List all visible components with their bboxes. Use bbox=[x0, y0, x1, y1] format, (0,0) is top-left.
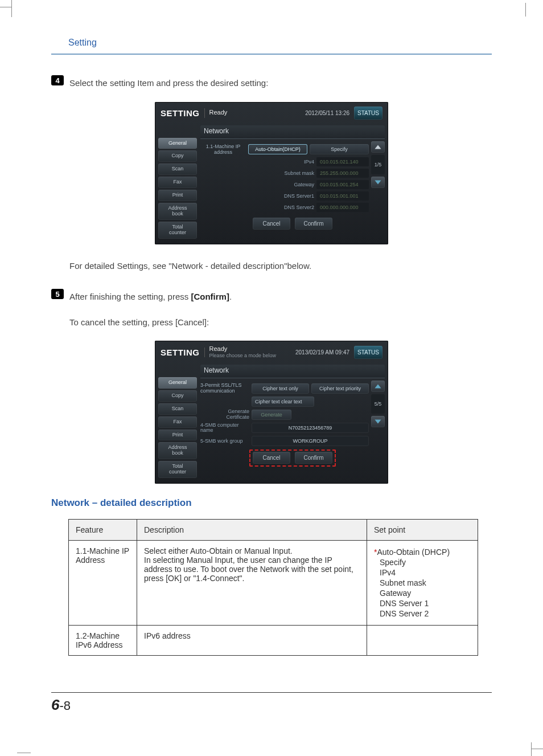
th-description: Description bbox=[137, 520, 367, 541]
tab-print[interactable]: Print bbox=[158, 190, 197, 201]
arrow-up-button[interactable] bbox=[371, 141, 385, 153]
item-ssl-label: 3-Permit SSL/TLScommunication bbox=[200, 383, 249, 394]
tab-fax[interactable]: Fax bbox=[158, 416, 197, 428]
triangle-up-icon bbox=[374, 383, 382, 390]
panel-sub: Please choose a mode below bbox=[209, 353, 277, 359]
panel-section: Network bbox=[200, 125, 385, 139]
step-5-cancel-pre: To cancel the setting, press bbox=[69, 317, 175, 327]
status-button[interactable]: STATUS bbox=[354, 346, 382, 359]
tab-copy[interactable]: Copy bbox=[158, 150, 197, 162]
crop-mark-bl bbox=[17, 736, 34, 753]
opt-cipher-clear[interactable]: Cipher text clear text bbox=[252, 397, 314, 407]
sp-specify: Specify bbox=[380, 558, 471, 567]
r1-prefix: 3- bbox=[200, 382, 205, 388]
tab-scan[interactable]: Scan bbox=[158, 403, 197, 415]
section-title: Setting bbox=[68, 38, 492, 48]
val-ipv4[interactable]: 010.015.021.140 bbox=[316, 157, 369, 166]
cell-setpoint bbox=[367, 626, 478, 656]
cancel-button[interactable]: Cancel bbox=[253, 452, 290, 464]
step-5-cancel-line: To cancel the setting, press [Cancel]: bbox=[69, 314, 492, 331]
opt-cipher-only[interactable]: Cipher text only bbox=[252, 383, 309, 394]
page-number-chapter: 6 bbox=[51, 696, 59, 713]
val-dns1[interactable]: 010.015.001.001 bbox=[316, 191, 369, 201]
lbl-subnet: Subnet mask bbox=[200, 170, 314, 176]
step-5-pre: After finishing the setting, press bbox=[69, 292, 191, 301]
tab-general[interactable]: General bbox=[158, 377, 197, 389]
svg-marker-0 bbox=[375, 145, 381, 149]
panel-timestamp: 2012/05/11 13:26 bbox=[305, 110, 349, 116]
cell-description: IPv6 address bbox=[137, 626, 367, 656]
footer-divider bbox=[51, 692, 492, 693]
item-gen-cert-label: Generate Certificate bbox=[200, 409, 249, 420]
step-5-cancel-post: : bbox=[207, 317, 209, 327]
tab-total-counter[interactable]: Total counter bbox=[158, 461, 197, 478]
item-smb-name-label: 4-SMB computer name bbox=[200, 423, 249, 434]
desc-end: . bbox=[242, 574, 245, 583]
step-5-cancel: [Cancel] bbox=[175, 317, 207, 327]
lbl-gateway: Gateway bbox=[200, 182, 314, 187]
device-screenshot-2: SETTING Ready Please choose a mode below… bbox=[155, 341, 388, 484]
sp-gateway: Gateway bbox=[380, 589, 471, 598]
generate-button[interactable]: Generate bbox=[252, 410, 291, 420]
confirm-button[interactable]: Confirm bbox=[295, 218, 332, 230]
opt-specify[interactable]: Specify bbox=[310, 144, 369, 154]
triangle-up-icon bbox=[374, 144, 382, 150]
side-tabs: General Copy Scan Fax Print Address book… bbox=[158, 377, 197, 478]
panel-title: SETTING bbox=[161, 108, 205, 118]
tab-address-book[interactable]: Address book bbox=[158, 203, 197, 220]
panel-ready: Ready bbox=[209, 109, 228, 116]
smb-name-value[interactable]: N70252123456789 bbox=[252, 423, 369, 433]
confirm-button[interactable]: Confirm bbox=[295, 452, 332, 464]
page-number-page: -8 bbox=[59, 698, 71, 713]
val-gateway[interactable]: 010.015.001.254 bbox=[316, 180, 369, 189]
detail-ref-pre: For detailed Settings, see bbox=[69, 261, 168, 271]
device-screenshot-1: SETTING Ready 2012/05/11 13:26 STATUS Ge… bbox=[155, 102, 388, 244]
step-4: 4 Select the setting Item and press the … bbox=[51, 75, 492, 92]
crop-mark-tl bbox=[11, 0, 28, 17]
val-subnet[interactable]: 255.255.000.000 bbox=[316, 169, 369, 178]
th-setpoint: Set point bbox=[367, 520, 478, 541]
arrow-up-button[interactable] bbox=[371, 381, 385, 392]
cell-feature: 1.1-Machine IP Address bbox=[69, 541, 137, 626]
opt-auto-obtain[interactable]: Auto-Obtain(DHCP) bbox=[248, 144, 307, 154]
arrow-down-button[interactable] bbox=[371, 177, 385, 188]
arrow-down-button[interactable] bbox=[371, 416, 385, 427]
sp-auto: Auto-Obtain (DHCP) bbox=[377, 547, 450, 557]
item-1-1-label: 1.1-Machine IP address bbox=[200, 144, 246, 155]
status-button[interactable]: STATUS bbox=[354, 107, 382, 120]
svg-marker-1 bbox=[375, 180, 381, 184]
cell-feature: 1.2-Machine IPv6 Address bbox=[69, 626, 137, 656]
opt-cipher-priority[interactable]: Cipher text priority bbox=[311, 383, 369, 394]
lbl-ipv4: IPv4 bbox=[200, 159, 314, 165]
tab-scan[interactable]: Scan bbox=[158, 164, 197, 175]
sp-subnet: Subnet mask bbox=[380, 578, 471, 587]
tab-address-book[interactable]: Address book bbox=[158, 442, 197, 459]
tab-total-counter[interactable]: Total counter bbox=[158, 222, 197, 239]
tab-copy[interactable]: Copy bbox=[158, 390, 197, 402]
page-indicator: 1/5 bbox=[371, 155, 385, 174]
tab-general[interactable]: General bbox=[158, 138, 197, 149]
tab-fax[interactable]: Fax bbox=[158, 177, 197, 188]
crop-mark-tr bbox=[509, 3, 526, 17]
page-number: 6-8 bbox=[51, 696, 492, 714]
desc-ok: [OK] bbox=[166, 574, 182, 583]
detail-ref-quote: "Network - detailed description" bbox=[168, 261, 287, 271]
smb-workgroup-value[interactable]: WORKGROUP bbox=[252, 436, 369, 446]
page-indicator: 5/5 bbox=[371, 394, 385, 414]
crop-mark-br bbox=[515, 739, 532, 756]
detail-reference: For detailed Settings, see "Network - de… bbox=[69, 258, 492, 275]
sp-dns2: DNS Server 2 bbox=[380, 609, 471, 618]
subheading-network-desc: Network – detailed description bbox=[51, 497, 492, 509]
desc-or: or bbox=[182, 574, 193, 583]
step-4-badge: 4 bbox=[51, 75, 64, 85]
step-5-badge: 5 bbox=[51, 289, 64, 299]
item-smb-workgroup-label: 5-SMB work group bbox=[200, 438, 249, 444]
val-dns2[interactable]: 000.000.000.000 bbox=[316, 203, 369, 212]
tab-print[interactable]: Print bbox=[158, 430, 197, 441]
detail-ref-post: below. bbox=[287, 261, 312, 271]
cancel-button[interactable]: Cancel bbox=[253, 218, 290, 230]
cell-description: Select either Auto-Obtain or Manual Inpu… bbox=[137, 541, 367, 626]
desc-connect: "1.4-Connect" bbox=[193, 574, 242, 583]
svg-marker-2 bbox=[375, 385, 381, 389]
triangle-down-icon bbox=[374, 418, 382, 425]
